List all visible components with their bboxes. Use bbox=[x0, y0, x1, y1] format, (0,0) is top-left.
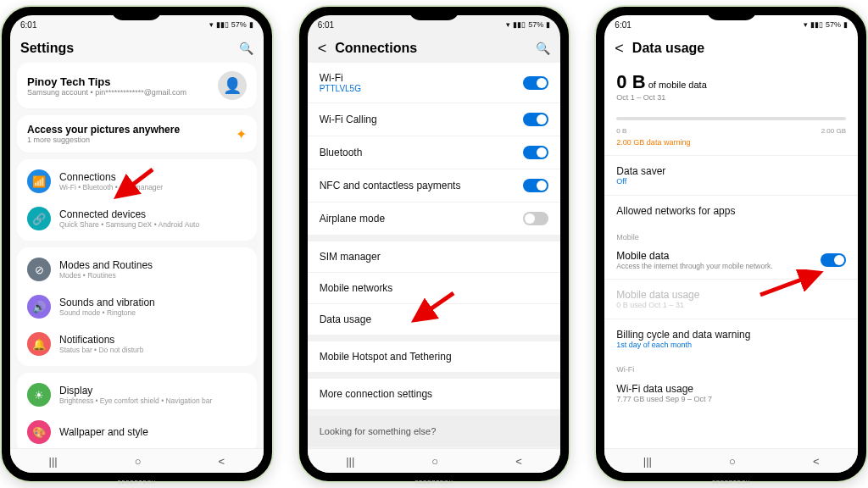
settings-item-display[interactable]: ☀ DisplayBrightness • Eye comfort shield… bbox=[17, 376, 257, 413]
phone-data-usage: 6:01 ▾ ▮▮▯ 57% ▮ < Data usage 0 B of mob… bbox=[594, 5, 868, 483]
mobile-data-toggle[interactable] bbox=[821, 253, 846, 267]
home-icon[interactable]: ○ bbox=[135, 455, 142, 468]
item-icon: ☀ bbox=[27, 383, 51, 407]
settings-item-sounds-and-vibration[interactable]: 🔊 Sounds and vibrationSound mode • Ringt… bbox=[17, 288, 257, 325]
page-title: Settings bbox=[20, 41, 231, 56]
back-button[interactable]: < bbox=[615, 41, 624, 56]
recents-icon[interactable]: ||| bbox=[49, 455, 58, 468]
signal-icon: ▮▮▯ bbox=[216, 20, 229, 29]
red-arrow bbox=[112, 168, 154, 202]
conn-group-3: Mobile Hotspot and Tethering bbox=[308, 341, 561, 372]
status-bar: 6:01 ▾ ▮▮▯ 57% ▮ bbox=[308, 15, 561, 34]
recents-icon[interactable]: ||| bbox=[643, 455, 652, 468]
conn-nfc-and-contactless-payments[interactable]: NFC and contactless payments bbox=[308, 169, 561, 202]
battery-text: 57% bbox=[826, 20, 841, 29]
suggestion-card[interactable]: Access your pictures anywhere 1 more sug… bbox=[17, 115, 257, 152]
conn-group-1: Wi-FiPTTLVL5GWi-Fi CallingBluetoothNFC a… bbox=[308, 63, 561, 235]
battery-icon: ▮ bbox=[843, 20, 848, 29]
recents-icon[interactable]: ||| bbox=[346, 455, 354, 468]
settings-item-notifications[interactable]: 🔔 NotificationsStatus bar • Do not distu… bbox=[17, 325, 257, 363]
suggestion-title: Access your pictures anywhere bbox=[27, 124, 236, 136]
back-button[interactable]: < bbox=[318, 41, 327, 56]
page-title: Data usage bbox=[632, 41, 848, 56]
settings-item-connected-devices[interactable]: 🔗 Connected devicesQuick Share • Samsung… bbox=[17, 200, 257, 237]
page-title: Connections bbox=[335, 41, 527, 56]
red-arrow bbox=[409, 291, 457, 325]
usage-of: of mobile data bbox=[646, 80, 707, 90]
battery-text: 57% bbox=[528, 20, 543, 29]
toggle[interactable] bbox=[523, 146, 548, 159]
clock: 6:01 bbox=[615, 20, 631, 30]
status-bar: 6:01 ▾ ▮▮▯ 57% ▮ bbox=[10, 15, 264, 34]
search-icon[interactable]: 🔍 bbox=[536, 42, 550, 55]
wifi-icon: ▾ bbox=[506, 20, 510, 29]
settings-item-modes-and-routines[interactable]: ⊘ Modes and RoutinesModes • Routines bbox=[17, 251, 257, 288]
clock: 6:01 bbox=[318, 20, 334, 30]
conn-more-connection-settings[interactable]: More connection settings bbox=[308, 379, 561, 409]
wifi-section-label: Wi-Fi bbox=[604, 358, 858, 374]
conn-airplane-mode[interactable]: Airplane mode bbox=[308, 202, 561, 235]
item-icon: 🔔 bbox=[27, 332, 51, 356]
usage-range: Oct 1 – Oct 31 bbox=[616, 93, 846, 102]
footer-question[interactable]: Looking for something else? bbox=[308, 416, 561, 446]
signal-icon: ▮▮▯ bbox=[513, 20, 526, 29]
battery-text: 57% bbox=[231, 20, 247, 29]
svg-line-1 bbox=[117, 169, 153, 197]
svg-line-5 bbox=[760, 273, 820, 295]
conn-group-4: More connection settings bbox=[308, 379, 561, 409]
wifi-icon: ▾ bbox=[209, 20, 214, 29]
item-icon: 🔊 bbox=[27, 295, 51, 319]
toggle[interactable] bbox=[523, 212, 548, 225]
search-icon[interactable]: 🔍 bbox=[239, 42, 253, 55]
usage-summary: 0 B of mobile data Oct 1 – Oct 31 bbox=[604, 63, 858, 110]
header: < Connections 🔍 bbox=[308, 34, 561, 63]
item-icon: 🔗 bbox=[27, 207, 51, 230]
data-saver-row[interactable]: Data saver Off bbox=[604, 155, 858, 195]
item-icon: ⊘ bbox=[27, 258, 51, 281]
signal-icon: ▮▮▯ bbox=[810, 20, 823, 29]
toggle[interactable] bbox=[523, 76, 548, 90]
usage-scale: 0 B 2.00 GB bbox=[604, 127, 858, 135]
usage-min: 0 B bbox=[616, 127, 626, 135]
conn-wi-fi[interactable]: Wi-FiPTTLVL5G bbox=[308, 63, 561, 103]
header: < Data usage bbox=[604, 34, 858, 63]
billing-cycle-row[interactable]: Billing cycle and data warning 1st day o… bbox=[604, 319, 858, 358]
usage-bar bbox=[616, 117, 846, 120]
conn-bluetooth[interactable]: Bluetooth bbox=[308, 136, 561, 169]
conn-wi-fi-calling[interactable]: Wi-Fi Calling bbox=[308, 103, 561, 136]
status-bar: 6:01 ▾ ▮▮▯ 57% ▮ bbox=[604, 15, 858, 34]
settings-item-wallpaper-and-style[interactable]: 🎨 Wallpaper and style bbox=[17, 413, 257, 448]
conn-sim-manager[interactable]: SIM manager bbox=[308, 241, 561, 273]
red-arrow bbox=[757, 269, 825, 298]
back-icon[interactable]: < bbox=[219, 455, 225, 468]
back-icon[interactable]: < bbox=[515, 455, 522, 468]
phone-connections: 6:01 ▾ ▮▮▯ 57% ▮ < Connections 🔍 Wi-FiPT… bbox=[298, 5, 571, 483]
avatar-icon: 👤 bbox=[218, 71, 247, 100]
settings-group-2: ⊘ Modes and RoutinesModes • Routines🔊 So… bbox=[17, 247, 257, 366]
conn-mobile-hotspot-and-tethering[interactable]: Mobile Hotspot and Tethering bbox=[308, 341, 561, 372]
wifi-icon: ▾ bbox=[804, 20, 808, 29]
suggestion-sub: 1 more suggestion bbox=[27, 136, 236, 144]
data-warning: 2.00 GB data warning bbox=[604, 135, 858, 155]
nav-bar: ||| ○ < bbox=[604, 448, 858, 473]
home-icon[interactable]: ○ bbox=[431, 455, 438, 468]
wifi-data-usage-row[interactable]: Wi-Fi data usage 7.77 GB used Sep 9 – Oc… bbox=[604, 374, 858, 413]
account-email: Samsung account • pin*************@gmail… bbox=[27, 88, 209, 97]
settings-group-3: ☀ DisplayBrightness • Eye comfort shield… bbox=[17, 373, 257, 448]
allowed-networks-row[interactable]: Allowed networks for apps bbox=[604, 195, 858, 226]
toggle[interactable] bbox=[523, 179, 548, 192]
sparkle-icon: ✦ bbox=[236, 126, 247, 142]
battery-icon: ▮ bbox=[546, 20, 550, 29]
nav-bar: ||| ○ < bbox=[10, 448, 264, 473]
svg-line-3 bbox=[415, 293, 453, 320]
clock: 6:01 bbox=[20, 20, 36, 30]
home-icon[interactable]: ○ bbox=[729, 455, 736, 468]
usage-max: 2.00 GB bbox=[821, 127, 846, 135]
phone-settings: 6:01 ▾ ▮▮▯ 57% ▮ Settings 🔍 Pinoy Tech T… bbox=[0, 5, 274, 483]
account-card[interactable]: Pinoy Tech Tips Samsung account • pin***… bbox=[17, 63, 257, 108]
back-icon[interactable]: < bbox=[813, 455, 820, 468]
account-name: Pinoy Tech Tips bbox=[27, 75, 209, 88]
item-icon: 🎨 bbox=[27, 420, 51, 444]
toggle[interactable] bbox=[523, 113, 548, 126]
usage-amount: 0 B bbox=[616, 71, 645, 92]
